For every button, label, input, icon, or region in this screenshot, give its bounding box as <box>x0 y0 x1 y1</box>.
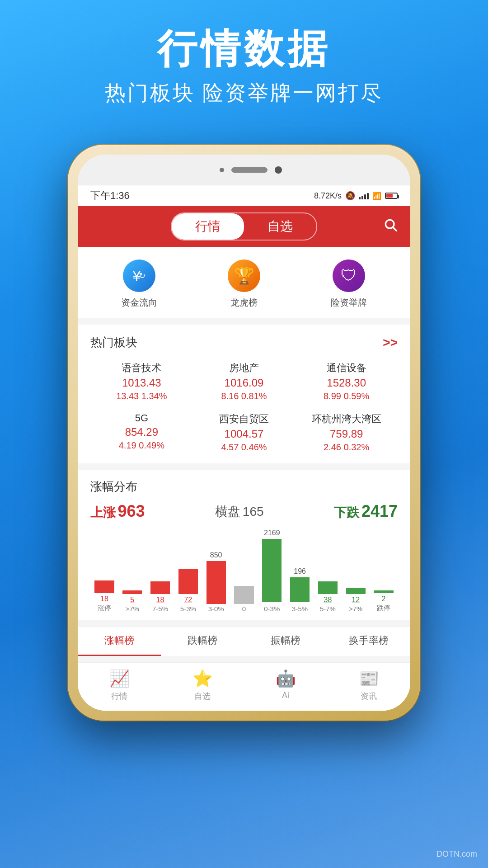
bar-count-zhangting: 18 <box>100 595 108 603</box>
dragon-tiger-label: 龙虎榜 <box>230 297 258 309</box>
svg-line-1 <box>393 227 396 231</box>
tab-watchlist[interactable]: 自选 <box>244 213 316 240</box>
insurance-raise-icon: 🛡 <box>333 259 365 292</box>
app-header: 行情 自选 <box>78 206 410 247</box>
bar-label-dieting: 跌停 <box>377 604 390 613</box>
bar-col-30: 850 3-0% <box>202 561 230 613</box>
bar-label-30: 3-0% <box>208 605 224 613</box>
hot-sectors-section: 热门板块 >> 语音技术 1013.43 13.43 1.34% 房地产 101… <box>78 325 410 463</box>
bar-value-label-03: 2169 <box>264 529 280 537</box>
bar-count-gt7f: 12 <box>352 596 360 604</box>
sector-value-4: 1004.57 <box>225 428 264 440</box>
bar-col-dieting: 2 跌停 <box>370 590 398 613</box>
nav-tab-rise[interactable]: 涨幅榜 <box>78 627 161 656</box>
nav-tab-fall[interactable]: 跌幅榜 <box>161 627 244 656</box>
bar-col-35: 196 3-5% <box>286 577 314 613</box>
nav-tabs-row: 涨幅榜 跌幅榜 振幅榜 换手率榜 <box>78 626 410 656</box>
sector-value-2: 1528.30 <box>327 377 366 389</box>
tab-switcher[interactable]: 行情 自选 <box>171 212 317 241</box>
sector-change-0: 13.43 1.34% <box>116 391 167 401</box>
amplitude-section: 涨幅分布 上涨 963 横盘 165 下跌 2417 <box>78 470 410 620</box>
nav-tab-turnover[interactable]: 换手率榜 <box>327 627 410 656</box>
dragon-tiger-icon: 🏆 <box>228 259 260 292</box>
capital-flow-label: 资金流向 <box>121 297 157 309</box>
sector-change-3: 4.19 0.49% <box>119 440 164 451</box>
sectors-grid: 语音技术 1013.43 13.43 1.34% 房地产 1016.09 8.1… <box>78 357 410 463</box>
bar-label-57: 5-7% <box>320 605 336 613</box>
flat-label: 横盘 <box>215 505 240 519</box>
sector-item-3[interactable]: 5G 854.29 4.19 0.49% <box>90 412 193 453</box>
amplitude-title: 涨幅分布 <box>90 479 398 495</box>
sector-value-3: 854.29 <box>125 426 158 439</box>
icon-insurance-raise[interactable]: 🛡 险资举牌 <box>296 259 401 309</box>
network-speed: 8.72K/s <box>314 191 342 201</box>
bottom-nav-news[interactable]: 📰 资讯 <box>327 669 410 702</box>
sector-name-2: 通信设备 <box>327 361 366 375</box>
bar-30 <box>206 561 226 604</box>
battery-icon <box>385 193 398 199</box>
icon-dragon-tiger[interactable]: 🏆 龙虎榜 <box>192 259 296 309</box>
sector-change-1: 8.16 0.81% <box>221 391 267 401</box>
sector-item-4[interactable]: 西安自贸区 1004.57 4.57 0.46% <box>193 412 296 453</box>
watchlist-icon: ⭐ <box>192 669 213 688</box>
hot-sectors-title: 热门板块 <box>90 335 137 350</box>
bottom-nav-market[interactable]: 📈 行情 <box>78 669 161 702</box>
bar-zero <box>234 586 253 604</box>
bar-label-gt7f: >7% <box>349 605 362 613</box>
sector-item-5[interactable]: 环杭州湾大湾区 759.89 2.46 0.32% <box>295 412 398 453</box>
bar-count-57: 38 <box>324 596 332 604</box>
main-title: 行情数据 <box>0 27 488 71</box>
nav-tab-amplitude[interactable]: 振幅榜 <box>244 627 327 656</box>
bar-col-53: 72 5-3% <box>174 569 202 613</box>
rise-stat: 上涨 963 <box>90 502 145 521</box>
bar-count-gt7: 5 <box>130 596 134 604</box>
bar-chart: 18 涨停 5 >7% <box>90 540 398 613</box>
bar-label-gt7: >7% <box>125 605 139 613</box>
bar-value-label-30: 850 <box>210 551 222 559</box>
fall-count: 2417 <box>361 502 398 520</box>
sector-item-0[interactable]: 语音技术 1013.43 13.43 1.34% <box>90 361 193 401</box>
fall-label: 下跌 <box>334 505 359 519</box>
flat-count: 165 <box>243 505 264 519</box>
watchlist-nav-label: 自选 <box>194 691 211 702</box>
phone-speaker <box>231 167 267 173</box>
bar-label-03: 0-3% <box>264 605 280 613</box>
icon-capital-flow[interactable]: ¥ ↻ 资金流向 <box>87 259 192 309</box>
sector-name-0: 语音技术 <box>122 361 161 375</box>
bar-label-53: 5-3% <box>180 605 196 613</box>
bar-count-53: 72 <box>184 596 192 604</box>
bar-chart-container: 18 涨停 5 >7% <box>90 527 398 613</box>
tab-market[interactable]: 行情 <box>172 213 244 240</box>
news-nav-label: 资讯 <box>361 691 377 702</box>
bottom-nav-watchlist[interactable]: ⭐ 自选 <box>161 669 244 702</box>
bar-53 <box>178 569 198 594</box>
more-arrow[interactable]: >> <box>383 335 398 350</box>
bar-label-35: 3-5% <box>292 605 308 613</box>
bottom-nav-ai[interactable]: 🤖 Ai <box>244 669 327 702</box>
sector-name-1: 房地产 <box>229 361 259 375</box>
app-bottom-nav: 📈 行情 ⭐ 自选 🤖 Ai 📰 资讯 <box>78 662 410 711</box>
sector-value-0: 1013.43 <box>122 377 161 389</box>
bar-zhangting <box>94 580 114 593</box>
bar-label-75: 7-5% <box>152 605 168 613</box>
sector-name-4: 西安自贸区 <box>219 412 269 426</box>
sector-item-1[interactable]: 房地产 1016.09 8.16 0.81% <box>193 361 296 401</box>
bar-75 <box>150 581 170 594</box>
bar-03 <box>262 539 282 602</box>
bar-dieting <box>374 590 393 593</box>
bar-label-zero: 0 <box>242 605 246 613</box>
hot-sectors-header: 热门板块 >> <box>78 325 410 357</box>
bar-count-75: 18 <box>156 596 164 604</box>
amplitude-stats: 上涨 963 横盘 165 下跌 2417 <box>90 502 398 521</box>
sector-change-4: 4.57 0.46% <box>221 442 267 453</box>
bar-35 <box>290 577 310 602</box>
bar-col-gt7f: 12 >7% <box>342 588 370 613</box>
icon-row: ¥ ↻ 资金流向 🏆 龙虎榜 🛡 <box>78 247 410 318</box>
ai-icon: 🤖 <box>276 669 296 688</box>
sector-item-2[interactable]: 通信设备 1528.30 8.99 0.59% <box>295 361 398 401</box>
mute-icon: 🔕 <box>345 191 355 201</box>
phone-inner-screen: 下午1:36 8.72K/s 🔕 📶 <box>78 155 410 711</box>
market-nav-label: 行情 <box>111 691 127 702</box>
search-button[interactable] <box>383 217 398 236</box>
bar-57 <box>318 581 338 594</box>
